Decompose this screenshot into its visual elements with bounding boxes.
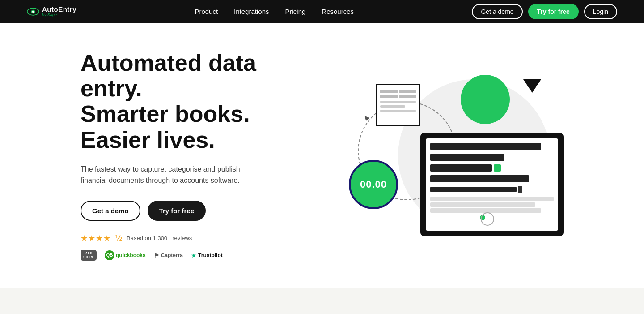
trustpilot-logo: ★ Trustpilot bbox=[191, 249, 223, 261]
get-demo-button[interactable]: Get a demo bbox=[472, 4, 522, 19]
capterra-logo: ⚑ Capterra bbox=[154, 249, 183, 261]
nav-actions: Get a demo Try for free Login bbox=[472, 4, 617, 19]
logo-text: AutoEntry by Sage bbox=[42, 6, 76, 17]
nav-pricing[interactable]: Pricing bbox=[285, 8, 305, 15]
logo-icon bbox=[27, 8, 39, 16]
green-blob bbox=[461, 75, 510, 124]
partner-logos: APP STORE QB quickbooks ⚑ Capterra ★ Tru… bbox=[80, 249, 304, 261]
hero-subtext: The fastest way to capture, categorise a… bbox=[80, 163, 259, 186]
integrations-section: AutoEntry integrates with top accounting… bbox=[0, 288, 644, 314]
document-icon bbox=[376, 84, 420, 126]
nav-links: Product Integrations Pricing Resources bbox=[195, 8, 354, 16]
hero-illustration: ▲ ▲ ▲ bbox=[331, 66, 564, 245]
nav-product[interactable]: Product bbox=[195, 8, 218, 15]
triangle-icon bbox=[523, 79, 541, 93]
login-button[interactable]: Login bbox=[584, 4, 617, 19]
hero-get-demo-button[interactable]: Get a demo bbox=[80, 201, 140, 221]
nav-resources[interactable]: Resources bbox=[322, 8, 354, 15]
quickbooks-logo: QB quickbooks bbox=[105, 249, 146, 261]
hero-buttons: Get a demo Try for free bbox=[80, 201, 304, 221]
appstore-logo: APP STORE bbox=[80, 249, 97, 261]
star-rating: ★★★★ bbox=[80, 233, 111, 243]
hero-heading: Automated data entry. Smarter books. Eas… bbox=[80, 50, 304, 153]
reviews-row: ★★★★½ Based on 1,300+ reviews bbox=[80, 233, 304, 243]
try-for-free-nav-button[interactable]: Try for free bbox=[528, 4, 579, 19]
price-circle: 00.00 bbox=[349, 160, 398, 209]
main-nav: AutoEntry by Sage Product Integrations P… bbox=[0, 0, 644, 23]
hero-content: Automated data entry. Smarter books. Eas… bbox=[80, 50, 304, 261]
review-count: Based on 1,300+ reviews bbox=[127, 235, 192, 241]
hero-try-free-button[interactable]: Try for free bbox=[148, 201, 206, 221]
logo[interactable]: AutoEntry by Sage bbox=[27, 6, 76, 17]
hero-section: Automated data entry. Smarter books. Eas… bbox=[0, 23, 644, 288]
svg-point-2 bbox=[32, 11, 34, 13]
nav-integrations[interactable]: Integrations bbox=[234, 8, 269, 15]
